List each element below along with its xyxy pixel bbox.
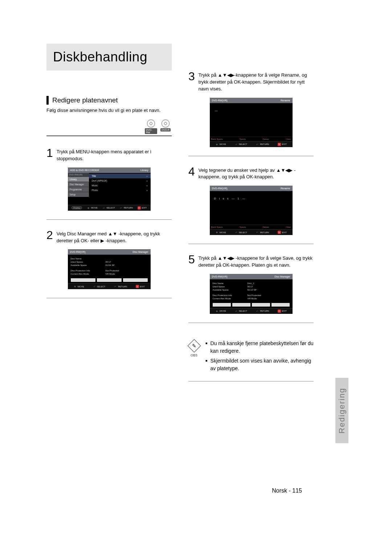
return-icon: ↶ bbox=[256, 143, 259, 146]
note-label: OBS bbox=[191, 353, 197, 357]
dm-value: 01:54 SP bbox=[106, 264, 115, 266]
move-icon: ✥ bbox=[215, 143, 219, 146]
osd-left-item: Setup bbox=[68, 192, 89, 197]
dm-value: 02:10 SP bbox=[248, 288, 257, 291]
osd-left-item: Programme bbox=[68, 187, 89, 192]
step-number: 4 bbox=[188, 166, 195, 181]
foot-exit: EXIT bbox=[142, 207, 147, 209]
section-bar-icon bbox=[46, 96, 49, 105]
dm-label: Disc Name bbox=[71, 257, 99, 260]
page-number: Norsk - 115 bbox=[272, 488, 302, 494]
osd-left-item: Disc Manager bbox=[68, 182, 89, 187]
section-intro: Følg disse anvisningene hvis du vil gi e… bbox=[46, 108, 172, 113]
dm-value: 00:17 bbox=[106, 260, 111, 263]
step-text: Velg tegnene du ønsker ved hjelp av ▲▼◀▶… bbox=[199, 166, 314, 181]
dm-value: Not Protected bbox=[248, 294, 261, 296]
step-number: 3 bbox=[188, 70, 195, 93]
chevron-right-icon: ▸ bbox=[147, 175, 148, 177]
dm-label: Available Space bbox=[71, 264, 99, 266]
dm-label: Disc Protection Info bbox=[213, 294, 241, 296]
foot-select: SELECT bbox=[239, 231, 247, 234]
chevron-right-icon: ▸ bbox=[147, 184, 148, 187]
step-number: 1 bbox=[46, 147, 53, 162]
foot-return: RETURN bbox=[260, 231, 269, 234]
note-body: Du må kanskje fjerne platebeskyttelsen f… bbox=[205, 340, 314, 375]
osd-head-right: Disc Manager bbox=[132, 251, 148, 253]
dm-label: Used Space bbox=[213, 285, 241, 288]
osd-head-left: DVD-RW(VR) bbox=[212, 99, 228, 102]
dm-label: Current Rec Mode bbox=[71, 272, 99, 275]
foot-select: SELECT bbox=[239, 143, 247, 145]
rename-fn: Back Space bbox=[211, 226, 223, 228]
select-icon: ⏎ bbox=[234, 310, 238, 313]
side-tab-label: Redigering bbox=[337, 388, 347, 433]
foot-select: SELECT bbox=[106, 207, 115, 209]
rename-fn: Space bbox=[240, 138, 246, 140]
select-icon: ⏎ bbox=[234, 231, 238, 234]
rename-input: — bbox=[213, 107, 290, 127]
rename-input: D i s c — 1 — bbox=[213, 195, 290, 215]
osd-softbutton bbox=[71, 278, 95, 282]
dm-value: VR-Mode bbox=[248, 297, 257, 300]
select-icon: ⏎ bbox=[234, 143, 238, 146]
osd-screenshot-library: HDD & DVD RECORDER Library DVD-RW(VR) Li… bbox=[68, 167, 151, 211]
rename-fn: Space bbox=[240, 226, 246, 228]
exit-icon: ✕ bbox=[136, 285, 139, 288]
osd-head-left: HDD & DVD RECORDER bbox=[70, 169, 99, 171]
dm-label: Available Space bbox=[213, 288, 241, 291]
osd-head-right: Rename bbox=[281, 99, 290, 102]
osd-left-item: Library bbox=[68, 177, 89, 182]
osd-right-item: Photo bbox=[92, 189, 98, 191]
disc-icon bbox=[147, 120, 155, 128]
foot-select: SELECT bbox=[239, 310, 247, 312]
foot-select: SELECT bbox=[97, 286, 105, 288]
osd-softbutton bbox=[271, 303, 290, 307]
chevron-right-icon: ▸ bbox=[147, 189, 148, 191]
step-number: 5 bbox=[188, 254, 195, 269]
rename-fn: Back Space bbox=[211, 138, 223, 140]
dm-label: Disc Protection Info bbox=[71, 269, 99, 272]
osd-softbutton bbox=[252, 303, 270, 307]
disc-badges: DVD-RW DVD-R bbox=[46, 120, 172, 134]
disc-badge-r: DVD-R bbox=[160, 128, 171, 132]
osd-screenshot-discmanager-named: DVD-RW(VR) Disc Manager Disc NameDisc_1 … bbox=[210, 274, 293, 314]
step-text: Velg Disc Manager med ▲▼ -knappene, og t… bbox=[57, 229, 172, 244]
move-icon: ✥ bbox=[215, 310, 219, 313]
osd-head-right: Library bbox=[140, 169, 148, 171]
osd-head-right: Rename bbox=[281, 187, 290, 190]
dm-value: 00:17 bbox=[248, 285, 253, 288]
step-text: Trykk på ▲▼◀▶-knappene for å velge Renam… bbox=[199, 70, 314, 93]
note-text: Skjermbildet som vises kan avvike, avhen… bbox=[211, 357, 314, 372]
foot-move: MOVE bbox=[220, 143, 226, 145]
osd-softbutton bbox=[123, 278, 148, 282]
rename-fn: Clear bbox=[286, 138, 291, 140]
osd-screenshot-rename: DVD-RW(VR) Rename — Back Space Space Del… bbox=[210, 98, 293, 147]
foot-exit: EXIT bbox=[282, 231, 287, 234]
return-icon: ↶ bbox=[256, 231, 259, 234]
osd-right-item: DivX (MPEG4) bbox=[92, 179, 107, 182]
dm-value: Not Protected bbox=[106, 269, 119, 272]
move-icon: ✥ bbox=[73, 285, 77, 288]
osd-screenshot-rename-typed: DVD-RW(VR) Rename D i s c — 1 — Back Spa… bbox=[210, 186, 293, 235]
section-heading: Redigere platenavnet bbox=[52, 96, 118, 104]
note-icon: ✎ bbox=[187, 339, 201, 353]
anykey-badge: Anykey bbox=[72, 206, 82, 209]
dm-label: Disc Name bbox=[213, 282, 241, 284]
return-icon: ↶ bbox=[256, 310, 259, 313]
osd-right-item: Music bbox=[92, 184, 98, 187]
step-text: Trykk på ▲▼◀▶ -knappene for å velge Save… bbox=[199, 254, 314, 269]
move-icon: ✥ bbox=[215, 231, 219, 234]
foot-exit: EXIT bbox=[140, 286, 145, 288]
move-icon: ✥ bbox=[87, 206, 90, 210]
step-text: Trykk på MENU-knappen mens apparatet er … bbox=[57, 147, 172, 162]
note-text: Du må kanskje fjerne platebeskyttelsen f… bbox=[211, 340, 314, 355]
dm-value: VR-Mode bbox=[106, 272, 115, 275]
disc-icon bbox=[162, 120, 170, 128]
dm-label: Current Rec Mode bbox=[213, 297, 241, 300]
return-icon: ↶ bbox=[114, 285, 117, 288]
osd-screenshot-discmanager: DVD-RW(VR) Disc Manager Disc Name Used S… bbox=[68, 249, 151, 289]
return-icon: ↶ bbox=[119, 206, 123, 210]
exit-icon: ✕ bbox=[138, 206, 141, 210]
side-tab: Redigering bbox=[335, 378, 348, 443]
foot-move: MOVE bbox=[220, 310, 226, 312]
